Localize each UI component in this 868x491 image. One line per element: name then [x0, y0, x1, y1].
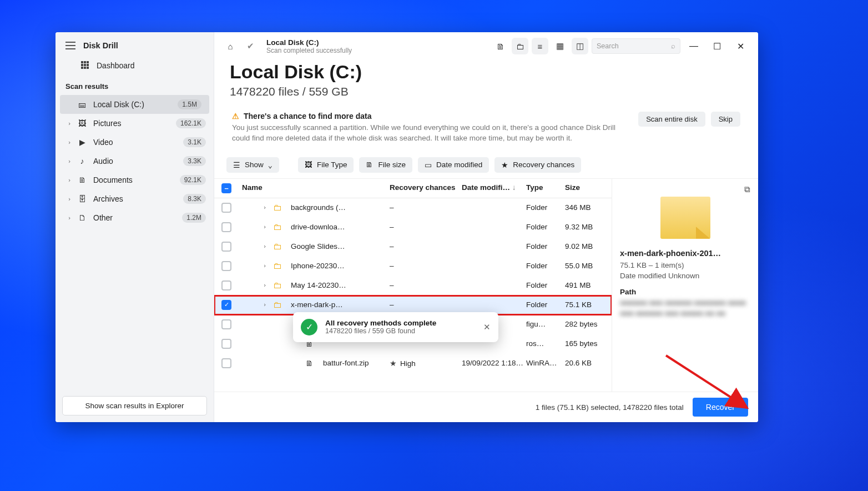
dashboard-label: Dashboard	[97, 61, 135, 70]
table-row[interactable]: ›🗀drive-downloa…–Folder9.32 MB	[214, 218, 612, 237]
search-placeholder: Search	[597, 42, 619, 50]
sidebar-item-archives[interactable]: ›🗄Archives8.3K	[55, 189, 214, 208]
scan-entire-disk-button[interactable]: Scan entire disk	[638, 112, 705, 127]
sidebar-item-dashboard[interactable]: Dashboard	[55, 56, 214, 76]
row-name: x-men-dark-p…	[291, 300, 343, 309]
col-date[interactable]: Date modifi… ↓	[462, 183, 526, 193]
category-icon: 🗄	[77, 194, 88, 203]
row-checkbox[interactable]	[221, 222, 231, 232]
preview-date: Date modified Unknown	[620, 272, 750, 280]
row-checkbox[interactable]	[221, 280, 231, 290]
filetype-filter[interactable]: 🖼File Type	[298, 157, 354, 173]
breadcrumb: Local Disk (C:) Scan completed successfu…	[266, 38, 352, 54]
row-checkbox[interactable]	[221, 319, 231, 329]
skip-button[interactable]: Skip	[711, 112, 740, 127]
sidebar-item-other[interactable]: ›🗋Other1.2M	[55, 208, 214, 227]
table-row[interactable]: ›🗀May 14-20230…–Folder491 MB	[214, 276, 612, 295]
col-recovery[interactable]: Recovery chances	[390, 183, 462, 193]
expand-icon[interactable]: ›	[256, 301, 273, 308]
expand-icon[interactable]: ›	[256, 282, 273, 289]
folder-icon: 🗀	[273, 280, 285, 290]
row-name: battur-font.zip	[323, 359, 369, 367]
folder-icon: 🗀	[273, 222, 285, 232]
app-title: Disk Drill	[83, 41, 118, 50]
file-icon: 🗎	[305, 359, 317, 368]
folder-view-icon[interactable]: 🗀	[512, 38, 528, 54]
toolbar: ⌂ ✔ Local Disk (C:) Scan completed succe…	[214, 32, 758, 58]
menu-icon[interactable]	[65, 42, 75, 49]
col-name[interactable]: Name	[239, 183, 390, 193]
chevron-down-icon: ⌄	[268, 161, 272, 169]
panel-view-icon[interactable]: ◫	[572, 38, 588, 54]
filter-bar: ☰Show⌄ 🖼File Type 🗎File size ▭Date modif…	[214, 153, 758, 178]
sidebar-item-pictures[interactable]: ›🖼Pictures162.1K	[55, 114, 214, 133]
star-icon: ★	[501, 161, 508, 169]
date-filter[interactable]: ▭Date modified	[418, 157, 489, 173]
page-title: Local Disk (C:)	[230, 61, 743, 83]
calendar-icon: ▭	[425, 161, 432, 169]
notice-body: You just successfully scanned a partitio…	[232, 123, 633, 144]
category-icon: ♪	[77, 157, 88, 166]
breadcrumb-title: Local Disk (C:)	[266, 38, 352, 47]
filesize-filter[interactable]: 🗎File size	[359, 157, 412, 173]
select-all-checkbox[interactable]: –	[221, 183, 231, 193]
folder-icon: 🗀	[273, 261, 285, 271]
table-row[interactable]: ›🗀Google Slides…–Folder9.02 MB	[214, 237, 612, 257]
sidebar-item-local-disk-c-[interactable]: 🖴Local Disk (C:)1.5M	[60, 95, 209, 114]
expand-icon[interactable]: ›	[256, 223, 273, 231]
col-type[interactable]: Type	[526, 183, 565, 193]
sidebar: Disk Drill Dashboard Scan results 🖴Local…	[55, 32, 214, 422]
folder-icon: 🗀	[273, 203, 285, 213]
recover-button[interactable]: Recover	[693, 398, 748, 417]
row-checkbox[interactable]	[221, 242, 231, 252]
minimize-button[interactable]: —	[684, 38, 704, 54]
table-header: – Name Recovery chances Date modifi… ↓ T…	[214, 179, 612, 198]
table-row[interactable]: ›🗀Iphone-20230…–Folder55.0 MB	[214, 257, 612, 276]
sidebar-item-documents[interactable]: ›🗎Documents92.1K	[55, 171, 214, 189]
close-button[interactable]: ✕	[730, 38, 750, 54]
notice-banner: ⚠ There's a chance to find more data You…	[226, 107, 746, 148]
chances-filter[interactable]: ★Recovery chances	[494, 157, 581, 173]
main-panel: ⌂ ✔ Local Disk (C:) Scan completed succe…	[214, 32, 758, 422]
table-row[interactable]: 🗎battur-font.zip★High19/09/2022 1:18…Win…	[214, 354, 612, 373]
page-subtitle: 1478220 files / 559 GB	[230, 85, 743, 98]
sliders-icon: ☰	[233, 161, 240, 169]
image-icon: 🖼	[305, 161, 312, 169]
show-filter[interactable]: ☰Show⌄	[226, 157, 279, 173]
category-icon: 🗎	[77, 176, 88, 184]
sidebar-item-audio[interactable]: ›♪Audio3.3K	[55, 152, 214, 171]
show-in-explorer-button[interactable]: Show scan results in Explorer	[62, 396, 207, 415]
row-name: backgrounds (…	[291, 203, 346, 212]
home-icon[interactable]: ⌂	[222, 38, 239, 54]
row-checkbox[interactable]	[221, 339, 231, 349]
list-view-icon[interactable]: ≡	[532, 38, 548, 54]
row-checkbox[interactable]	[221, 358, 231, 368]
row-name: Google Slides…	[291, 242, 345, 250]
open-external-icon[interactable]: ⧉	[744, 184, 750, 194]
table-row[interactable]: ›🗀backgrounds (…–Folder346 MB	[214, 198, 612, 218]
category-icon: ▶	[77, 138, 88, 147]
expand-icon[interactable]: ›	[256, 204, 273, 211]
search-input[interactable]: Search ⌕	[592, 38, 680, 54]
sidebar-item-video[interactable]: ›▶Video3.1K	[55, 133, 214, 152]
expand-icon[interactable]: ›	[256, 243, 273, 250]
grid-view-icon[interactable]: ▦	[552, 38, 568, 54]
row-checkbox[interactable]: ✓	[221, 300, 231, 310]
preview-size: 75.1 KB – 1 item(s)	[620, 261, 750, 269]
warning-icon: ⚠	[232, 112, 239, 121]
maximize-button[interactable]: ☐	[707, 38, 727, 54]
col-size[interactable]: Size	[565, 183, 612, 193]
row-checkbox[interactable]	[221, 261, 231, 271]
grid-icon	[81, 61, 90, 70]
expand-icon[interactable]: ›	[256, 262, 273, 269]
row-checkbox[interactable]	[221, 203, 231, 213]
folder-icon: 🗀	[273, 300, 285, 310]
file-view-icon[interactable]: 🗎	[492, 38, 508, 54]
preview-panel: ⧉ x-men-dark-phoenix-201… 75.1 KB – 1 it…	[612, 179, 758, 392]
folder-icon: 🗀	[273, 242, 285, 252]
category-icon: 🗋	[77, 213, 88, 222]
footer: 1 files (75.1 KB) selected, 1478220 file…	[214, 392, 758, 422]
star-icon: ★	[390, 359, 397, 368]
row-name: Iphone-20230…	[291, 262, 345, 270]
popup-close-button[interactable]: ✕	[483, 322, 491, 332]
